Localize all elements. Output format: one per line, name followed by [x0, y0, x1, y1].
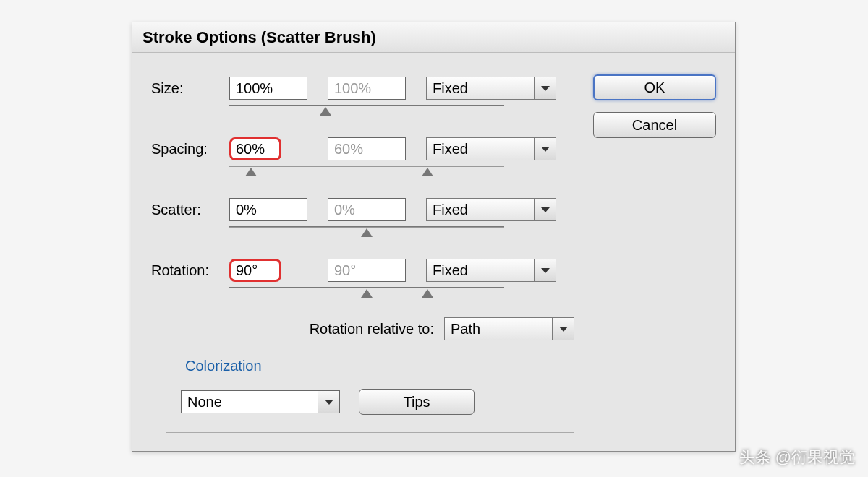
size-slider[interactable] — [151, 105, 579, 119]
scatter-slider-thumb[interactable] — [361, 228, 373, 237]
cancel-button[interactable]: Cancel — [593, 112, 716, 138]
chevron-down-icon — [541, 207, 550, 212]
scatter-slider[interactable] — [151, 226, 579, 241]
colorization-method-arrow[interactable] — [318, 391, 339, 413]
size-mode-select[interactable]: Fixed — [426, 77, 556, 100]
size-mode-arrow[interactable] — [534, 77, 556, 99]
size-label: Size: — [151, 80, 229, 97]
chevron-down-icon — [541, 147, 550, 152]
rotation-row: Rotation: 90° 90° Fixed — [151, 257, 579, 284]
colorization-legend: Colorization — [181, 358, 266, 374]
colorization-row: None Tips — [181, 389, 559, 415]
rotation-second-input: 90° — [328, 259, 406, 282]
parameters-column: Size: 100% 100% Fixed Spacing: 60% 60% — [151, 74, 579, 433]
dialog-buttons-column: OK Cancel — [579, 74, 716, 433]
scatter-label: Scatter: — [151, 202, 229, 218]
spacing-slider-thumb-1[interactable] — [245, 168, 257, 176]
dialog-title: Stroke Options (Scatter Brush) — [142, 28, 376, 47]
scatter-row: Scatter: 0% 0% Fixed — [151, 196, 579, 223]
rotation-slider-thumb-1[interactable] — [422, 289, 433, 298]
spacing-slider-thumb-2[interactable] — [422, 168, 433, 176]
spacing-slider[interactable] — [151, 166, 579, 180]
spacing-value-input[interactable]: 60% — [229, 137, 281, 160]
chevron-down-icon — [541, 268, 550, 273]
spacing-mode-arrow[interactable] — [534, 138, 556, 160]
chevron-down-icon — [325, 400, 333, 405]
scatter-second-input: 0% — [328, 198, 406, 221]
spacing-mode-select[interactable]: Fixed — [426, 137, 556, 160]
ok-button[interactable]: OK — [593, 74, 716, 100]
rotation-slider[interactable] — [151, 287, 579, 301]
spacing-second-input: 60% — [328, 137, 406, 160]
chevron-down-icon — [559, 327, 568, 332]
rotation-relative-select[interactable]: Path — [444, 317, 574, 340]
rotation-relative-row: Rotation relative to: Path — [151, 317, 579, 340]
rotation-mode-select[interactable]: Fixed — [426, 259, 556, 282]
dialog-titlebar[interactable]: Stroke Options (Scatter Brush) — [132, 22, 735, 53]
rotation-value-input[interactable]: 90° — [229, 259, 281, 282]
rotation-slider-thumb-2[interactable] — [361, 289, 373, 298]
size-row: Size: 100% 100% Fixed — [151, 74, 579, 102]
spacing-row: Spacing: 60% 60% Fixed — [151, 135, 579, 163]
spacing-label: Spacing: — [151, 141, 229, 158]
stroke-options-dialog: Stroke Options (Scatter Brush) Size: 100… — [132, 22, 736, 452]
size-value-input[interactable]: 100% — [229, 77, 307, 100]
rotation-label: Rotation: — [151, 262, 229, 279]
scatter-mode-select[interactable]: Fixed — [426, 198, 556, 221]
rotation-relative-label: Rotation relative to: — [310, 321, 434, 338]
rotation-relative-arrow[interactable] — [552, 318, 574, 340]
chevron-down-icon — [541, 86, 550, 91]
rotation-mode-arrow[interactable] — [534, 259, 556, 281]
size-second-input: 100% — [328, 77, 406, 100]
watermark-text: 头条 @衍果视觉 — [739, 447, 855, 468]
scatter-value-input[interactable]: 0% — [229, 198, 307, 221]
colorization-method-select[interactable]: None — [181, 390, 340, 413]
colorization-group: Colorization None Tips — [166, 358, 574, 433]
tips-button[interactable]: Tips — [359, 389, 475, 415]
scatter-mode-arrow[interactable] — [534, 199, 556, 220]
dialog-content: Size: 100% 100% Fixed Spacing: 60% 60% — [132, 53, 735, 447]
size-slider-thumb[interactable] — [320, 107, 331, 116]
